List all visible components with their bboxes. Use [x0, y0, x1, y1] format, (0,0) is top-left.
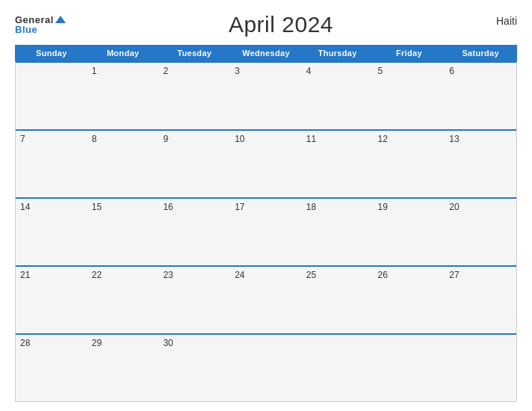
calendar-body: 1234567891011121314151617181920212223242…	[15, 61, 517, 402]
calendar-empty-cell	[302, 335, 374, 401]
logo-triangle-icon	[55, 16, 66, 23]
calendar-week-5: 282930	[16, 333, 516, 401]
calendar-day-2: 2	[158, 63, 230, 129]
page-header: General Blue April 2024 Haiti	[15, 12, 517, 37]
calendar-day-28: 28	[16, 335, 87, 401]
calendar-day-26: 26	[374, 267, 445, 333]
calendar-day-13: 13	[445, 131, 516, 197]
calendar-empty-cell	[445, 335, 516, 401]
calendar-day-24: 24	[230, 267, 302, 333]
calendar-day-30: 30	[158, 335, 230, 401]
day-header-tuesday: Tuesday	[158, 46, 230, 61]
calendar-week-2: 78910111213	[16, 129, 516, 197]
calendar-empty-cell	[16, 63, 87, 129]
calendar-day-9: 9	[158, 131, 230, 197]
logo-blue-text: Blue	[15, 25, 66, 34]
calendar-day-4: 4	[302, 63, 374, 129]
day-header-sunday: Sunday	[16, 46, 87, 61]
logo: General Blue	[15, 15, 66, 34]
calendar-day-27: 27	[445, 267, 516, 333]
calendar-day-17: 17	[230, 199, 302, 265]
calendar-day-16: 16	[158, 199, 230, 265]
country-label: Haiti	[496, 15, 517, 27]
day-header-saturday: Saturday	[445, 46, 516, 61]
calendar-day-19: 19	[374, 199, 445, 265]
calendar-day-8: 8	[87, 131, 159, 197]
calendar-day-29: 29	[87, 335, 159, 401]
calendar-day-7: 7	[16, 131, 87, 197]
calendar-day-12: 12	[374, 131, 445, 197]
calendar-day-14: 14	[16, 199, 87, 265]
calendar-empty-cell	[230, 335, 302, 401]
calendar-week-4: 21222324252627	[16, 265, 516, 333]
day-header-friday: Friday	[374, 46, 445, 61]
calendar-day-5: 5	[374, 63, 445, 129]
calendar-day-23: 23	[158, 267, 230, 333]
calendar-day-25: 25	[302, 267, 374, 333]
day-header-monday: Monday	[87, 46, 159, 61]
calendar-day-15: 15	[87, 199, 159, 265]
calendar-day-3: 3	[230, 63, 302, 129]
calendar-page: General Blue April 2024 Haiti SundayMond…	[0, 0, 532, 411]
calendar-day-21: 21	[16, 267, 87, 333]
calendar-day-10: 10	[230, 131, 302, 197]
calendar-empty-cell	[374, 335, 445, 401]
day-header-thursday: Thursday	[302, 46, 374, 61]
calendar-day-18: 18	[302, 199, 374, 265]
calendar-title: April 2024	[229, 12, 333, 37]
calendar: SundayMondayTuesdayWednesdayThursdayFrid…	[15, 45, 517, 402]
calendar-header: SundayMondayTuesdayWednesdayThursdayFrid…	[15, 45, 517, 61]
calendar-day-22: 22	[87, 267, 159, 333]
day-header-wednesday: Wednesday	[230, 46, 302, 61]
calendar-day-1: 1	[87, 63, 159, 129]
calendar-week-1: 123456	[16, 61, 516, 129]
calendar-day-6: 6	[445, 63, 516, 129]
calendar-week-3: 14151617181920	[16, 197, 516, 265]
calendar-day-20: 20	[445, 199, 516, 265]
calendar-day-11: 11	[302, 131, 374, 197]
